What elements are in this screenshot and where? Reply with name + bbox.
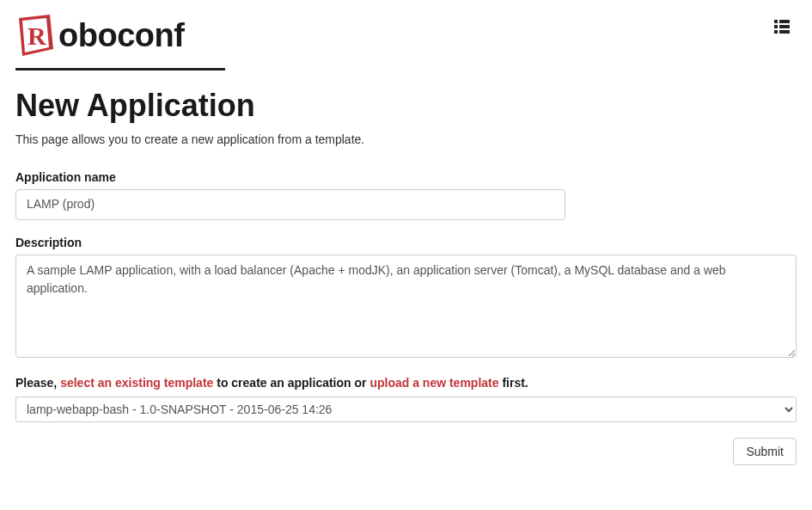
svg-rect-4 <box>779 20 790 23</box>
form-group-template: Please, select an existing template to c… <box>15 376 797 422</box>
page-intro: This page allows you to create a new app… <box>15 132 797 146</box>
svg-rect-6 <box>779 25 790 28</box>
description-label: Description <box>15 236 797 249</box>
app-name-label: Application name <box>15 170 797 184</box>
template-prompt: Please, select an existing template to c… <box>15 376 797 390</box>
logo-r-icon: R <box>15 13 55 58</box>
description-textarea[interactable] <box>15 255 797 358</box>
svg-text:R: R <box>27 22 46 50</box>
upload-new-template-link[interactable]: upload a new template <box>369 376 498 390</box>
menu-icon[interactable] <box>774 20 790 34</box>
app-name-input[interactable] <box>15 189 565 220</box>
submit-button[interactable]: Submit <box>733 438 797 465</box>
template-prompt-middle: to create an application or <box>213 376 369 390</box>
svg-rect-5 <box>774 25 778 28</box>
form-group-app-name: Application name <box>15 170 797 220</box>
template-prompt-suffix: first. <box>499 376 528 390</box>
page-title: New Application <box>15 88 797 124</box>
select-existing-template-link[interactable]: select an existing template <box>60 376 213 390</box>
brand-logo[interactable]: R oboconf <box>15 13 184 58</box>
svg-rect-3 <box>774 20 778 23</box>
header: R oboconf <box>15 13 797 71</box>
svg-rect-8 <box>779 30 790 34</box>
svg-rect-7 <box>774 30 778 34</box>
logo-wrap: R oboconf <box>15 13 225 71</box>
template-prompt-prefix: Please, <box>15 376 60 390</box>
template-select[interactable]: lamp-webapp-bash - 1.0-SNAPSHOT - 2015-0… <box>15 396 797 422</box>
logo-text: oboconf <box>58 17 184 54</box>
submit-row: Submit <box>15 438 797 465</box>
form-group-description: Description <box>15 236 797 360</box>
